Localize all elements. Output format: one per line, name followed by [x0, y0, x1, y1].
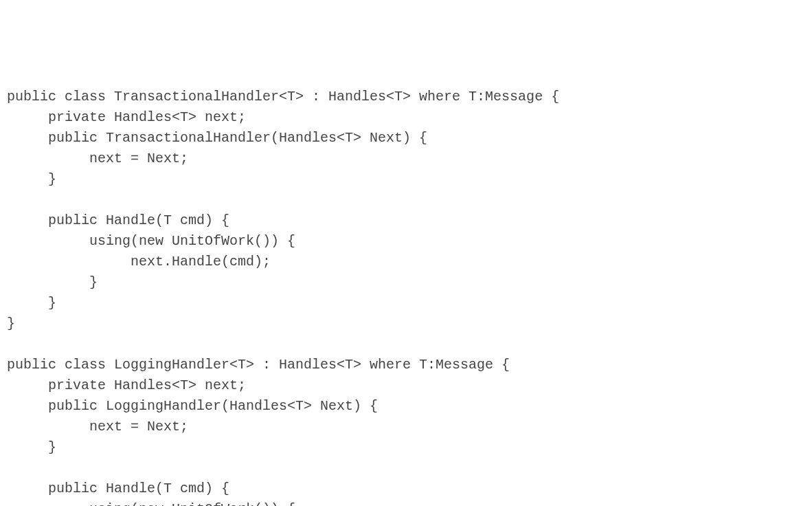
code-line: } — [7, 314, 805, 334]
code-line: public class LoggingHandler<T> : Handles… — [7, 355, 805, 375]
code-line: using(new UnitOfWork()) { — [7, 499, 805, 506]
code-line — [7, 458, 805, 478]
code-line: public LoggingHandler(Handles<T> Next) { — [7, 396, 805, 417]
code-line — [7, 334, 805, 355]
code-line: using(new UnitOfWork()) { — [7, 231, 805, 252]
code-line: public Handle(T cmd) { — [7, 478, 805, 499]
code-line: public TransactionalHandler(Handles<T> N… — [7, 128, 805, 148]
code-line: public Handle(T cmd) { — [7, 210, 805, 231]
code-line: } — [7, 293, 805, 314]
code-line: } — [7, 169, 805, 190]
code-line: private Handles<T> next; — [7, 375, 805, 396]
code-line: next = Next; — [7, 148, 805, 169]
code-line: next = Next; — [7, 417, 805, 437]
code-line: public class TransactionalHandler<T> : H… — [7, 87, 805, 107]
code-line — [7, 190, 805, 210]
code-line: private Handles<T> next; — [7, 107, 805, 128]
code-line: next.Handle(cmd); — [7, 252, 805, 272]
code-block: public class TransactionalHandler<T> : H… — [7, 87, 805, 506]
code-line: } — [7, 272, 805, 293]
code-line: } — [7, 437, 805, 458]
